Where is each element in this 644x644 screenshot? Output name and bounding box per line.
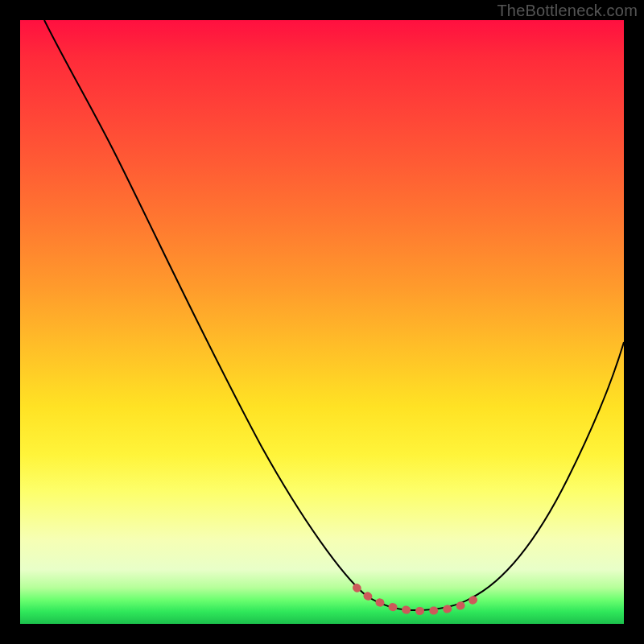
attribution-text: TheBottleneck.com — [497, 2, 638, 20]
plot-area — [20, 20, 624, 624]
bottleneck-curve — [44, 20, 624, 610]
curve-svg — [20, 20, 624, 624]
chart-frame: TheBottleneck.com — [0, 0, 644, 644]
optimal-range-dots — [357, 588, 481, 611]
